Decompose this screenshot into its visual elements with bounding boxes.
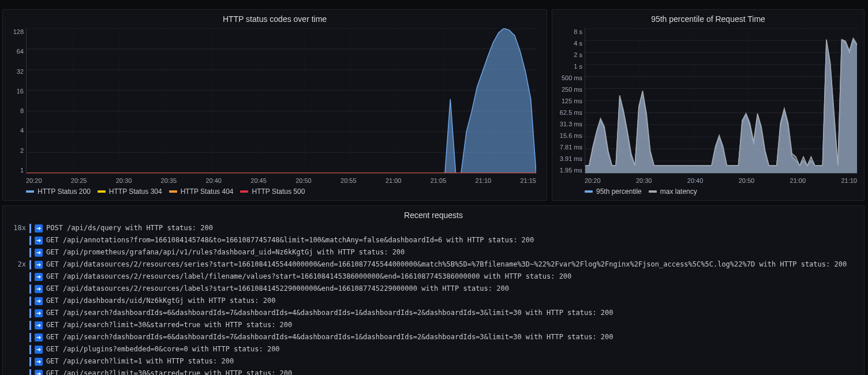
xtick-label: 20:40: [205, 177, 222, 184]
ytick-label: 4 s: [552, 40, 582, 47]
log-level-bar: [29, 357, 31, 366]
log-text: GET /api/datasources/2/resources/series?…: [46, 259, 847, 270]
xtick-label: 20:45: [250, 177, 267, 184]
log-row[interactable]: 2xGET /api/datasources/2/resources/serie…: [3, 258, 864, 271]
expand-log-icon[interactable]: [35, 273, 43, 281]
log-count: 18x: [10, 223, 26, 234]
p95-panel[interactable]: 95th percentile of Request Time 8 s4 s2 …: [552, 9, 865, 201]
log-row[interactable]: GET /api/prometheus/grafana/api/v1/rules…: [3, 246, 864, 258]
expand-log-icon[interactable]: [35, 370, 43, 376]
ytick-label: 2 s: [552, 51, 582, 58]
log-row[interactable]: GET /api/search?limit=30&starred=true wi…: [3, 319, 864, 331]
log-row[interactable]: GET /api/plugins?embedded=0&core=0 with …: [3, 343, 864, 355]
log-row[interactable]: GET /api/datasources/2/resources/labels?…: [3, 283, 864, 295]
ytick-label: 1: [3, 167, 24, 174]
legend-swatch: [585, 190, 593, 193]
log-level-bar: [29, 369, 31, 376]
ytick-label: 500 ms: [552, 74, 582, 81]
log-text: GET /api/search?dashboardIds=6&dashboard…: [46, 308, 613, 318]
log-level-bar: [29, 260, 31, 269]
log-text: GET /api/datasources/2/resources/label/f…: [46, 271, 571, 282]
ytick-label: 1 s: [552, 63, 582, 70]
xtick-label: 20:30: [116, 177, 132, 184]
p95-x-axis: 20:2020:3020:4020:5021:0021:10: [585, 177, 857, 184]
log-level-bar: [29, 236, 31, 245]
legend-label: HTTP Status 404: [181, 187, 234, 196]
http-x-axis: 20:2020:2520:3020:3520:4020:4520:5020:55…: [26, 177, 536, 184]
log-row[interactable]: GET /api/search?dashboardIds=6&dashboard…: [3, 307, 864, 319]
legend-label: HTTP Status 200: [38, 187, 91, 196]
log-text: GET /api/plugins?embedded=0&core=0 with …: [46, 344, 280, 355]
legend-item[interactable]: HTTP Status 200: [26, 187, 91, 196]
ytick-label: 8 s: [552, 28, 582, 35]
log-level-bar: [29, 272, 31, 282]
expand-log-icon[interactable]: [35, 346, 43, 354]
log-text: GET /api/search?limit=30&starred=true wi…: [46, 368, 292, 375]
log-level-bar: [29, 248, 31, 257]
ytick-label: 128: [3, 28, 24, 35]
expand-log-icon[interactable]: [35, 237, 43, 245]
log-text: GET /api/datasources/2/resources/labels?…: [46, 283, 509, 294]
http-status-panel[interactable]: HTTP status codes over time 128643216842…: [2, 9, 547, 201]
xtick-label: 20:50: [739, 177, 755, 184]
ytick-label: 32: [3, 68, 24, 75]
p95-title: 95th percentile of Request Time: [552, 10, 864, 26]
legend-item[interactable]: 95th percentile: [585, 187, 642, 196]
legend-swatch: [98, 190, 106, 193]
recent-requests-panel[interactable]: Recent requests 18xPOST /api/ds/query wi…: [2, 205, 865, 375]
log-level-bar: [29, 345, 31, 354]
log-row[interactable]: GET /api/search?dashboardIds=6&dashboard…: [3, 331, 864, 343]
ytick-label: 8: [3, 107, 24, 114]
xtick-label: 21:10: [841, 177, 857, 184]
log-row[interactable]: 18xPOST /api/ds/query with HTTP status: …: [3, 222, 864, 234]
legend-label: 95th percentile: [596, 187, 642, 196]
ytick-label: 62.5 ms: [552, 109, 582, 116]
ytick-label: 16: [3, 88, 24, 95]
log-text: GET /api/search?dashboardIds=6&dashboard…: [46, 332, 613, 343]
log-level-bar: [29, 321, 31, 330]
expand-log-icon[interactable]: [35, 249, 43, 257]
p95-legend: 95th percentilemax latency: [552, 184, 864, 200]
ytick-label: 64: [3, 48, 24, 55]
xtick-label: 21:05: [431, 177, 447, 184]
xtick-label: 21:10: [476, 177, 492, 184]
ytick-label: 2: [3, 147, 24, 154]
legend-item[interactable]: HTTP Status 304: [98, 187, 162, 196]
log-row[interactable]: GET /api/search?limit=1 with HTTP status…: [3, 355, 864, 367]
xtick-label: 20:50: [295, 177, 312, 184]
xtick-label: 20:55: [341, 177, 357, 184]
log-row[interactable]: GET /api/search?limit=30&starred=true wi…: [3, 367, 864, 375]
log-level-bar: [29, 284, 31, 294]
log-row[interactable]: GET /api/dashboards/uid/Nz6kKgtGj with H…: [3, 295, 864, 307]
xtick-label: 20:40: [687, 177, 704, 184]
legend-label: HTTP Status 500: [252, 187, 305, 196]
legend-item[interactable]: HTTP Status 500: [240, 187, 305, 196]
p95-plot-area[interactable]: [585, 28, 857, 174]
ytick-label: 1.95 ms: [552, 167, 582, 174]
legend-item[interactable]: max latency: [649, 187, 697, 196]
log-text: GET /api/annotations?from=1661084145748&…: [46, 235, 534, 246]
legend-item[interactable]: HTTP Status 404: [169, 187, 234, 196]
expand-log-icon[interactable]: [35, 261, 43, 269]
expand-log-icon[interactable]: [35, 333, 43, 342]
ytick-label: 31.3 ms: [552, 121, 582, 127]
expand-log-icon[interactable]: [35, 309, 43, 317]
xtick-label: 20:20: [26, 177, 42, 184]
xtick-label: 20:30: [636, 177, 652, 184]
log-row[interactable]: GET /api/annotations?from=1661084145748&…: [3, 234, 864, 246]
expand-log-icon[interactable]: [35, 285, 43, 293]
expand-log-icon[interactable]: [35, 297, 43, 305]
expand-log-icon[interactable]: [35, 224, 43, 232]
log-level-bar: [29, 224, 31, 233]
expand-log-icon[interactable]: [35, 321, 43, 329]
ytick-label: 3.91 ms: [552, 155, 582, 162]
log-count: 2x: [10, 259, 26, 270]
expand-log-icon[interactable]: [35, 358, 43, 366]
log-row[interactable]: GET /api/datasources/2/resources/label/f…: [3, 271, 864, 283]
legend-label: max latency: [660, 187, 697, 196]
log-text: GET /api/search?limit=30&starred=true wi…: [46, 320, 292, 331]
http-status-title: HTTP status codes over time: [3, 10, 547, 26]
xtick-label: 20:35: [161, 177, 177, 184]
log-level-bar: [29, 333, 31, 342]
http-plot-area[interactable]: [26, 28, 536, 174]
